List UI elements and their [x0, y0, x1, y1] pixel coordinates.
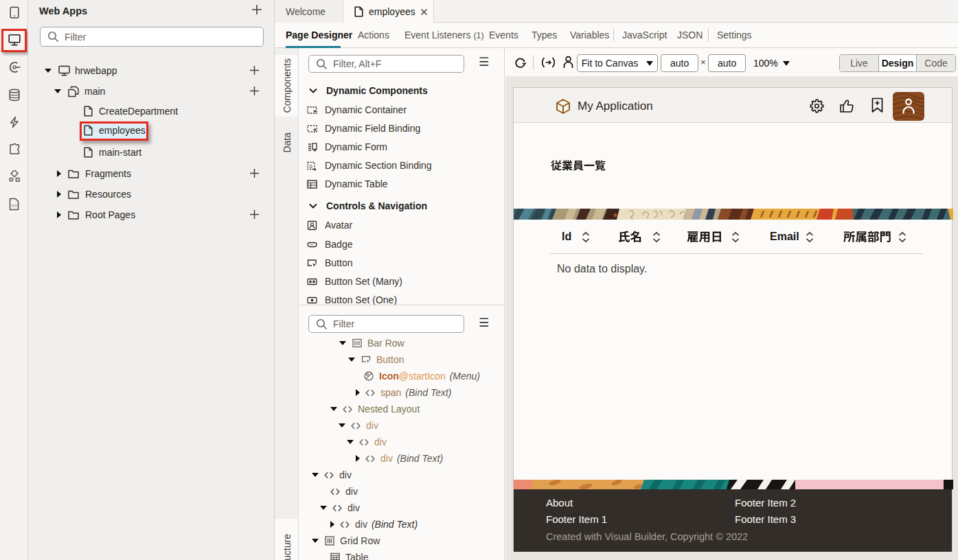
svg-text:0: 0 — [309, 163, 312, 169]
svg-text:<>: <> — [12, 203, 17, 209]
